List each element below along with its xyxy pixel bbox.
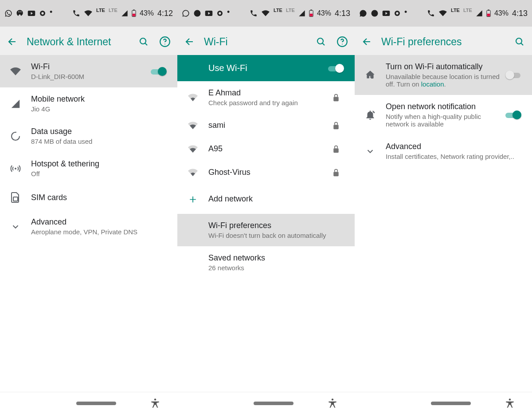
uc-browser-icon	[193, 9, 201, 17]
svg-rect-19	[310, 14, 313, 16]
network-name: A95	[208, 144, 323, 154]
svg-point-2	[41, 12, 43, 14]
wifi-network-row[interactable]: sami	[177, 114, 355, 137]
wifi-row[interactable]: Wi-Fi D-Link_DIR-600M	[0, 55, 177, 87]
mobile-network-row[interactable]: Mobile network Jio 4G	[0, 87, 177, 120]
lte-dim-label: LTE	[109, 8, 117, 13]
wifi-preferences-row[interactable]: Wi-Fi preferences Wi-Fi doesn't turn bac…	[177, 214, 355, 246]
open-net-toggle[interactable]	[505, 110, 521, 119]
back-button[interactable]	[5, 35, 20, 49]
auto-wifi-row[interactable]: Turn on Wi-Fi automatically Unavailable …	[355, 55, 532, 95]
hotspot-label: Hotspot & tethering	[31, 159, 172, 169]
wifi-network-row[interactable]: A95	[177, 137, 355, 161]
svg-point-28	[372, 10, 378, 17]
help-button[interactable]	[158, 35, 172, 49]
data-usage-row[interactable]: Data usage 874 MB of data used	[0, 120, 177, 152]
help-icon	[336, 36, 348, 47]
toolbar: Network & Internet	[0, 28, 177, 55]
lte-dim-label: LTE	[463, 8, 472, 13]
accessibility-icon[interactable]	[149, 398, 161, 409]
accessibility-icon[interactable]	[327, 398, 338, 409]
status-bar: • LTE LTE 43% 4:13	[177, 0, 355, 27]
help-icon	[159, 36, 171, 47]
advanced-row[interactable]: Advanced Aeroplane mode, VPN, Private DN…	[0, 210, 177, 243]
wifi-network-row[interactable]: E Ahmad Check password and try again	[177, 81, 355, 114]
lte-dim-label: LTE	[286, 8, 295, 13]
back-button[interactable]	[360, 35, 374, 49]
network-name: Ghost-Virus	[208, 168, 323, 177]
svg-point-9	[12, 132, 20, 140]
page-title: Network & Internet	[27, 36, 129, 48]
advanced-row[interactable]: Advanced Install certificates, Network r…	[355, 135, 532, 167]
lock-icon	[332, 122, 340, 130]
screen-wifi: • LTE LTE 43% 4:13 Wi-Fi	[177, 0, 355, 414]
svg-rect-24	[333, 125, 338, 129]
wifi-icon	[261, 10, 270, 17]
hotspot-row[interactable]: Hotspot & tethering Off	[0, 152, 177, 185]
back-arrow-icon	[7, 36, 18, 47]
signal-icon	[476, 10, 483, 17]
saved-networks-row[interactable]: Saved networks 26 networks	[177, 246, 355, 279]
chevron-down-icon	[11, 222, 20, 232]
location-link[interactable]: location	[421, 80, 444, 88]
svg-point-16	[219, 12, 221, 14]
use-wifi-row[interactable]: Use Wi-Fi	[177, 55, 355, 81]
search-icon	[316, 36, 326, 47]
accessibility-icon[interactable]	[504, 398, 516, 409]
svg-point-20	[317, 38, 323, 44]
battery-percent: 43%	[494, 9, 509, 17]
svg-point-35	[516, 38, 522, 44]
search-button[interactable]	[314, 35, 328, 49]
wifi-label: Wi-Fi	[31, 62, 145, 71]
home-button[interactable]	[431, 402, 471, 405]
add-network-row[interactable]: ＋ Add network	[177, 184, 355, 214]
svg-rect-23	[333, 97, 338, 101]
toolbar: Wi-Fi	[177, 28, 355, 55]
open-net-subtitle: Notify when a high-quality public networ…	[386, 113, 500, 128]
wifi-prefs-subtitle: Wi-Fi doesn't turn back on automatically	[208, 232, 349, 239]
signal-icon	[11, 99, 20, 109]
call-icon	[72, 9, 80, 17]
svg-point-31	[396, 12, 398, 14]
wifi-toggle[interactable]	[151, 67, 167, 76]
navigation-bar	[0, 392, 177, 414]
wifi-medium-icon	[188, 145, 198, 154]
hotspot-subtitle: Off	[31, 170, 172, 177]
youtube-icon	[205, 10, 213, 16]
chevron-down-icon	[365, 146, 375, 156]
clock: 4:13	[335, 9, 350, 18]
sim-cards-row[interactable]: SIM cards	[0, 185, 177, 210]
screen-network-internet: • LTE LTE 43% 4:12 Network & Internet	[0, 0, 177, 414]
circle-icon	[39, 10, 46, 17]
help-button[interactable]	[335, 35, 349, 49]
battery-icon	[309, 9, 313, 17]
auto-wifi-toggle[interactable]	[505, 71, 521, 79]
home-button[interactable]	[76, 402, 116, 405]
wifi-icon	[10, 67, 21, 76]
wifi-subtitle: D-Link_DIR-600M	[31, 73, 145, 80]
wifi-medium-icon	[188, 121, 198, 130]
use-wifi-toggle[interactable]	[328, 64, 344, 73]
home-button[interactable]	[254, 402, 293, 405]
data-usage-label: Data usage	[31, 127, 172, 136]
open-network-row[interactable]: Open network notification Notify when a …	[355, 95, 532, 135]
svg-point-13	[194, 10, 201, 17]
back-button[interactable]	[183, 35, 197, 49]
wifi-icon	[438, 10, 447, 17]
svg-rect-11	[13, 197, 18, 201]
search-button[interactable]	[137, 35, 151, 49]
page-title: Wi-Fi preferences	[381, 36, 505, 48]
call-icon	[250, 9, 258, 17]
wifi-network-row[interactable]: Ghost-Virus	[177, 161, 355, 184]
advanced-subtitle: Install certificates, Network rating pro…	[386, 153, 527, 160]
saved-subtitle: 26 networks	[208, 264, 349, 272]
whatsapp-icon	[182, 9, 190, 17]
search-button[interactable]	[512, 35, 527, 49]
page-title: Wi-Fi	[204, 36, 307, 48]
circle-icon	[394, 10, 401, 17]
advanced-label: Advanced	[31, 217, 172, 227]
lte-label: LTE	[274, 8, 282, 13]
svg-point-10	[15, 168, 16, 170]
svg-point-8	[164, 44, 165, 45]
clock: 4:13	[512, 9, 528, 18]
